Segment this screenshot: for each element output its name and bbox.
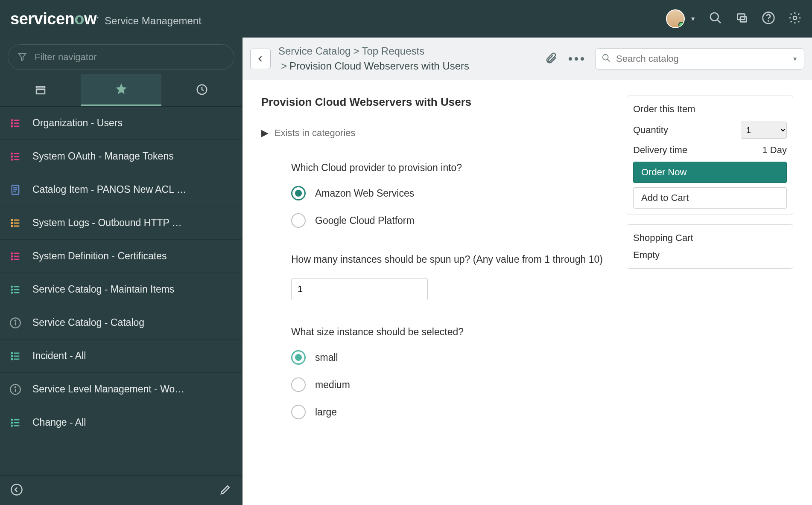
gear-icon[interactable] <box>788 11 802 26</box>
nav-list: Organization - UsersSystem OAuth - Manag… <box>0 107 242 475</box>
radio-icon <box>291 213 306 228</box>
svg-point-6 <box>793 16 797 20</box>
avatar[interactable] <box>666 9 685 28</box>
radio-option-small[interactable]: small <box>291 350 610 365</box>
search-catalog[interactable]: ▼ <box>595 48 804 70</box>
sidebar-item[interactable]: Organization - Users <box>0 107 242 140</box>
doc-icon <box>9 184 22 196</box>
sidebar-item[interactable]: Change - All <box>0 406 242 439</box>
quantity-select[interactable]: 1 <box>741 122 787 139</box>
categories-toggle[interactable]: ▶ Exists in categories <box>261 128 610 139</box>
radio-label: small <box>315 352 338 363</box>
tab-history[interactable] <box>161 74 242 106</box>
svg-point-32 <box>12 252 12 253</box>
sidebar-tabs <box>0 74 242 107</box>
svg-point-18 <box>12 156 12 157</box>
triangle-right-icon: ▶ <box>261 128 269 139</box>
radio-option-gcp[interactable]: Google Cloud Platform <box>291 213 610 228</box>
collapse-icon[interactable] <box>10 483 23 498</box>
filter-navigator-input[interactable] <box>8 44 234 70</box>
svg-point-46 <box>15 320 16 321</box>
radio-option-aws[interactable]: Amazon Web Services <box>291 186 610 200</box>
instance-count-input[interactable] <box>291 278 428 300</box>
svg-point-60 <box>12 425 12 426</box>
svg-point-26 <box>12 219 12 220</box>
radio-icon <box>291 405 306 419</box>
tab-favorites[interactable] <box>81 74 161 106</box>
tab-all-apps[interactable] <box>0 74 81 106</box>
radio-label: Google Cloud Platform <box>315 215 415 226</box>
svg-line-64 <box>608 59 610 61</box>
order-title: Order this Item <box>633 104 787 115</box>
sidebar-item-label: Catalog Item - PANOS New ACL … <box>32 184 186 195</box>
search-icon[interactable] <box>709 11 722 26</box>
delivery-value: 1 Day <box>762 145 787 156</box>
info-icon <box>9 317 22 329</box>
back-button[interactable] <box>250 49 271 69</box>
question-label: Which Cloud provider to provision into? <box>291 161 610 175</box>
sidebar-item[interactable]: Incident - All <box>0 340 242 373</box>
svg-point-34 <box>12 255 12 256</box>
info-icon <box>9 383 22 395</box>
breadcrumb: Service Catalog>Top Requests >Provision … <box>278 44 469 74</box>
list-icon <box>9 417 22 429</box>
radio-option-medium[interactable]: medium <box>291 377 610 392</box>
svg-point-28 <box>12 222 12 223</box>
list-icon <box>9 151 22 163</box>
attachment-icon[interactable] <box>545 52 558 66</box>
svg-point-10 <box>12 119 12 120</box>
search-icon <box>602 53 611 64</box>
chevron-down-icon[interactable]: ▼ <box>792 55 798 62</box>
add-to-cart-button[interactable]: Add to Cart <box>633 187 787 209</box>
sidebar-item[interactable]: Service Catalog - Catalog <box>0 306 242 340</box>
svg-point-55 <box>15 386 16 387</box>
chat-icon[interactable] <box>735 11 749 26</box>
logo-wordmark: servicenow. <box>10 10 99 28</box>
svg-point-0 <box>710 13 719 21</box>
svg-point-56 <box>12 419 12 420</box>
svg-point-12 <box>12 122 12 123</box>
search-catalog-input[interactable] <box>616 53 787 64</box>
sidebar-item[interactable]: Service Level Management - Wo… <box>0 373 242 406</box>
svg-point-42 <box>12 292 12 293</box>
order-card: Order this Item Quantity 1 Delivery time… <box>627 96 793 215</box>
sidebar-item[interactable]: System OAuth - Manage Tokens <box>0 140 242 173</box>
sidebar-item-label: System OAuth - Manage Tokens <box>32 151 174 162</box>
logo-subtitle: Service Management <box>105 15 202 27</box>
svg-point-47 <box>12 352 12 353</box>
svg-point-63 <box>603 54 608 60</box>
sidebar-item[interactable]: System Definition - Certificates <box>0 240 242 273</box>
svg-point-5 <box>768 20 768 21</box>
sidebar-footer <box>0 475 242 505</box>
crumb-link[interactable]: Service Catalog <box>278 45 351 57</box>
user-menu-caret-icon[interactable]: ▼ <box>690 15 696 22</box>
list-icon <box>9 350 22 362</box>
radio-option-large[interactable]: large <box>291 405 610 419</box>
edit-icon[interactable] <box>219 483 232 498</box>
sidebar-item-label: System Logs - Outbound HTTP … <box>32 217 182 229</box>
main: Service Catalog>Top Requests >Provision … <box>242 38 812 505</box>
sidebar-item[interactable]: System Logs - Outbound HTTP … <box>0 206 242 240</box>
svg-point-30 <box>12 225 12 226</box>
sidebar-item[interactable]: Service Catalog - Maintain Items <box>0 273 242 306</box>
question-label: How many instances should be spun up? (A… <box>291 252 610 267</box>
crumb-link[interactable]: Top Requests <box>362 45 424 57</box>
radio-label: medium <box>315 379 350 391</box>
sidebar-item-label: Service Catalog - Catalog <box>32 317 144 328</box>
radio-label: Amazon Web Services <box>315 188 414 199</box>
svg-point-16 <box>12 153 12 154</box>
svg-rect-7 <box>36 86 45 88</box>
list-icon <box>9 284 22 296</box>
crumb-current: Provision Cloud Webservers with Users <box>289 60 469 72</box>
top-bar: servicenow. Service Management ▼ <box>0 0 812 38</box>
radio-icon <box>291 350 306 365</box>
help-icon[interactable] <box>762 11 775 26</box>
more-actions-icon[interactable] <box>569 57 584 61</box>
cart-title: Shopping Cart <box>633 232 787 244</box>
sidebar-item-label: Incident - All <box>32 350 86 362</box>
sidebar-item-label: Change - All <box>32 417 86 428</box>
order-now-button[interactable]: Order Now <box>633 162 787 183</box>
radio-icon <box>291 186 306 200</box>
sidebar-item[interactable]: Catalog Item - PANOS New ACL … <box>0 173 242 206</box>
svg-line-1 <box>717 20 721 23</box>
